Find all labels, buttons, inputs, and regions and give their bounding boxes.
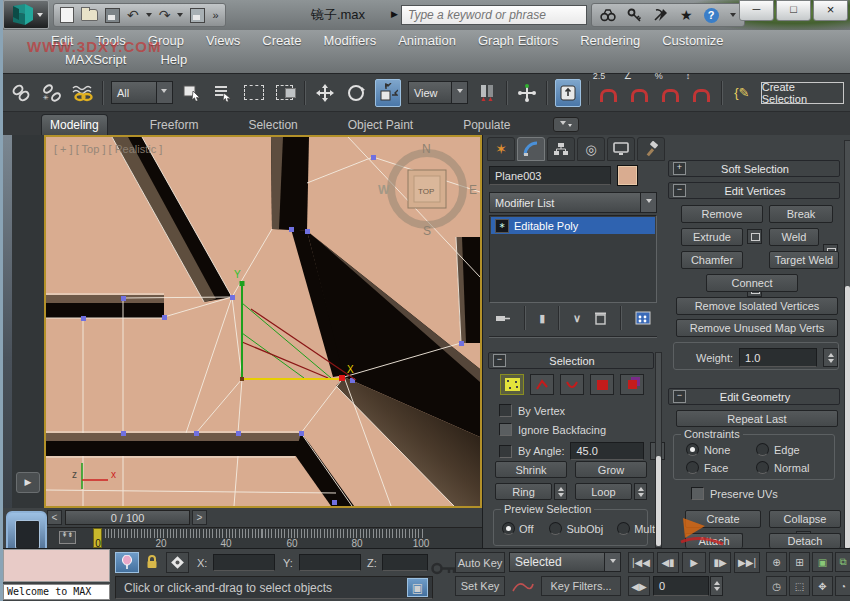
compass-north[interactable]: N (422, 142, 431, 156)
go-to-start-button[interactable]: |◀◀ (628, 552, 654, 573)
ribbon-tab-modeling[interactable]: Modeling (41, 114, 108, 135)
communication-center-icon[interactable] (653, 8, 669, 22)
help-caret-icon[interactable] (730, 13, 736, 20)
expand-panel-arrow-button[interactable]: ▶ (16, 472, 40, 493)
select-and-link-icon[interactable] (9, 80, 33, 106)
remove-unused-map-verts-button[interactable]: Remove Unused Map Verts (676, 319, 838, 337)
preserve-uvs-checkbox[interactable] (691, 487, 704, 500)
spinner-snap-icon[interactable]: ↕ (690, 80, 714, 106)
angle-snap-icon[interactable]: ∠ (628, 80, 652, 106)
modifier-list-dropdown[interactable]: Modifier List (489, 192, 657, 213)
pan-hand-icon[interactable]: ✥ (812, 576, 833, 596)
project-folder-icon[interactable] (190, 8, 205, 23)
detach-button[interactable]: Detach (769, 533, 841, 548)
y-coordinate-field[interactable] (299, 554, 361, 571)
viewport[interactable]: Y X z x TOP N W E S [ + ] [ (44, 135, 482, 508)
show-end-result-icon[interactable]: ▮ (539, 312, 545, 325)
ribbon-tab-object-paint[interactable]: Object Paint (340, 115, 421, 135)
menu-views[interactable]: Views (206, 33, 240, 48)
connect-button[interactable]: Connect (706, 274, 798, 292)
z-coordinate-field[interactable] (382, 554, 428, 571)
remove-modifier-icon[interactable] (594, 311, 607, 325)
menu-animation[interactable]: Animation (398, 33, 456, 48)
weight-value-field[interactable]: 1.0 (739, 348, 817, 367)
constraint-edge-radio[interactable] (756, 443, 769, 456)
menu-modifiers[interactable]: Modifiers (323, 33, 376, 48)
loop-spinner[interactable] (634, 483, 647, 500)
object-name-field[interactable]: Plane003 (489, 166, 611, 185)
soft-selection-rollout-header[interactable]: + Soft Selection (668, 160, 840, 177)
chamfer-button[interactable]: Chamfer (681, 251, 743, 269)
selection-filter-dropdown[interactable]: All (111, 81, 173, 104)
preview-multi-radio[interactable] (617, 522, 630, 535)
menu-create[interactable]: Create (262, 33, 301, 48)
next-frame-slider-button[interactable]: > (192, 510, 207, 525)
collapse-button[interactable]: Collapse (769, 510, 841, 528)
qat-overflow-icon[interactable]: » (212, 9, 218, 21)
restore-button[interactable]: □ (776, 0, 811, 21)
vertex-mode-icon[interactable] (500, 374, 524, 395)
target-weld-button[interactable]: Target Weld (769, 251, 839, 269)
viewport-label[interactable]: [ + ] [ Top ] [ Realistic ] (54, 143, 162, 155)
preview-subobj-radio[interactable] (549, 522, 562, 535)
grow-button[interactable]: Grow (575, 461, 647, 478)
display-tab-icon[interactable] (607, 137, 635, 161)
selection-rollout-header[interactable]: − Selection (488, 352, 654, 369)
frame-spinner[interactable] (710, 576, 723, 596)
next-frame-button[interactable]: ▮▶ (709, 552, 731, 573)
default-tangents-icon[interactable] (511, 578, 535, 595)
collapse-icon[interactable]: − (673, 390, 686, 403)
open-file-icon[interactable] (81, 9, 98, 21)
ring-spinner[interactable] (554, 483, 567, 500)
remove-isolated-vertices-button[interactable]: Remove Isolated Vertices (676, 297, 838, 315)
preview-off-radio[interactable] (502, 522, 515, 535)
previous-frame-button[interactable]: ◀▮ (657, 552, 679, 573)
favorites-star-icon[interactable]: ★ (680, 7, 693, 23)
angle-value-field[interactable]: 45.0 (570, 442, 644, 460)
menu-rendering[interactable]: Rendering (580, 33, 640, 48)
compass-west[interactable]: W (378, 183, 390, 197)
close-button[interactable]: × (813, 0, 848, 21)
key-mode-dropdown[interactable]: Selected (509, 552, 621, 572)
keyboard-shortcut-override-icon[interactable] (555, 79, 581, 107)
new-scene-icon[interactable] (60, 7, 74, 23)
x-coordinate-field[interactable] (213, 554, 275, 571)
select-and-manipulate-icon[interactable] (515, 80, 539, 106)
reference-coordinate-dropdown[interactable]: View (408, 81, 468, 104)
select-and-scale-icon[interactable] (375, 79, 401, 107)
field-of-view-region-icon[interactable]: ⬚ (789, 576, 810, 596)
use-pivot-point-icon[interactable] (475, 80, 499, 106)
menu-customize[interactable]: Customize (662, 33, 723, 48)
search-input[interactable] (401, 5, 587, 25)
snaps-toggle-icon[interactable]: 2.5 (597, 80, 621, 106)
search-expand-icon[interactable]: ▶ (391, 9, 398, 19)
utilities-tab-icon[interactable] (637, 137, 665, 161)
percent-snap-icon[interactable]: % (659, 80, 683, 106)
by-vertex-checkbox[interactable] (499, 404, 512, 417)
key-icon[interactable] (627, 8, 642, 22)
element-mode-icon[interactable] (620, 374, 644, 395)
named-selection-sets-icon[interactable]: {✎ (730, 80, 754, 106)
compass-east[interactable]: E (469, 183, 477, 197)
window-crossing-toggle-icon[interactable] (273, 80, 297, 106)
constraint-none-radio[interactable] (686, 443, 699, 456)
select-object-icon[interactable] (180, 80, 204, 106)
help-icon[interactable]: ? (704, 8, 719, 23)
viewport-canvas[interactable]: Y X z x TOP N W E S [ + ] [ (46, 137, 480, 506)
maxscript-listener-output[interactable]: Welcome to MAX (3, 584, 110, 600)
key-mode-toggle-button[interactable]: ◀▶ (628, 576, 650, 596)
panel-scrollbar-right[interactable] (844, 140, 850, 548)
create-tab-icon[interactable]: ✶ (487, 137, 515, 161)
pin-stack-icon[interactable] (495, 311, 511, 325)
search-binoculars-icon[interactable] (600, 8, 616, 22)
break-button[interactable]: Break (769, 205, 833, 223)
auto-key-button[interactable]: Auto Key (455, 552, 505, 573)
ignore-backfacing-checkbox[interactable] (499, 423, 512, 436)
bind-to-space-warp-icon[interactable] (71, 80, 95, 106)
border-mode-icon[interactable] (560, 374, 584, 395)
select-and-move-icon[interactable] (313, 80, 337, 106)
previous-frame-slider-button[interactable]: < (47, 510, 62, 525)
ribbon-tab-freeform[interactable]: Freeform (142, 115, 207, 135)
polygon-mode-icon[interactable] (590, 374, 614, 395)
isolate-selection-toggle[interactable] (115, 552, 139, 573)
